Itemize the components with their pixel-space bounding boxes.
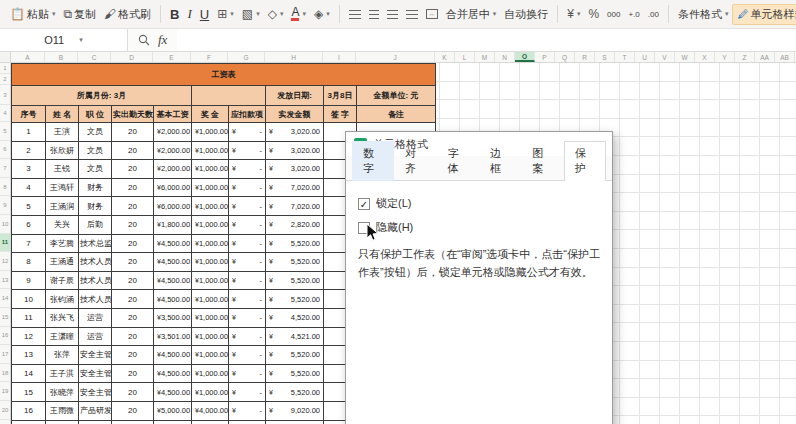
- attendance-days[interactable]: 20: [112, 234, 154, 253]
- align-right-button[interactable]: [383, 8, 402, 21]
- column-header-M[interactable]: M: [475, 52, 495, 62]
- bonus[interactable]: ¥1,000.00: [192, 215, 229, 234]
- employee-name[interactable]: 谢子辰: [46, 271, 79, 290]
- row-no[interactable]: 14: [12, 364, 46, 383]
- row-header-14[interactable]: 14: [0, 289, 10, 308]
- attendance-days[interactable]: 20: [112, 123, 154, 142]
- net-pay[interactable]: ¥3,020.00: [266, 123, 324, 142]
- net-pay[interactable]: ¥3,020.00: [266, 141, 324, 160]
- base-salary[interactable]: ¥2,000.00: [154, 141, 192, 160]
- empty-cell[interactable]: [192, 420, 229, 424]
- base-salary[interactable]: ¥6,000.00: [154, 178, 192, 197]
- position[interactable]: 后勤: [79, 215, 112, 234]
- row-no[interactable]: 16: [12, 401, 46, 420]
- row-no[interactable]: 12: [12, 327, 46, 346]
- bonus[interactable]: ¥1,000.00: [192, 308, 229, 327]
- row-header-6[interactable]: 6: [0, 141, 10, 160]
- decrease-decimal-button[interactable]: .00: [644, 8, 663, 21]
- bonus[interactable]: ¥1,000.00: [192, 271, 229, 290]
- justify-button[interactable]: [402, 8, 422, 21]
- empty-cell[interactable]: [229, 420, 266, 424]
- bonus[interactable]: ¥1,000.00: [192, 290, 229, 309]
- sheet-grid[interactable]: 123456789101112131415161718192021 工资表所属月…: [0, 63, 796, 424]
- empty-cell[interactable]: [46, 420, 79, 424]
- position[interactable]: 技术人员: [79, 271, 112, 290]
- attendance-days[interactable]: 20: [112, 383, 154, 402]
- row-no[interactable]: 6: [12, 215, 46, 234]
- column-header-N[interactable]: N: [495, 52, 515, 62]
- column-header-L[interactable]: L: [455, 52, 475, 62]
- column-header-S[interactable]: S: [595, 52, 615, 62]
- row-header-2[interactable]: 2: [0, 74, 10, 85]
- bonus[interactable]: ¥1,000.00: [192, 346, 229, 365]
- bonus[interactable]: ¥1,000.00: [192, 234, 229, 253]
- row-header-11[interactable]: 11: [0, 234, 10, 253]
- position[interactable]: 产品研发: [79, 401, 112, 420]
- net-pay[interactable]: ¥7,020.00: [266, 178, 324, 197]
- row-no[interactable]: 2: [12, 141, 46, 160]
- row-no[interactable]: 3: [12, 160, 46, 179]
- column-header-J[interactable]: J: [356, 52, 435, 62]
- column-header-G[interactable]: G: [228, 52, 265, 62]
- position[interactable]: 财务: [79, 197, 112, 216]
- position[interactable]: 运营: [79, 327, 112, 346]
- empty-cell[interactable]: [192, 86, 266, 106]
- row-no[interactable]: 15: [12, 383, 46, 402]
- column-header-cell[interactable]: 职 位: [79, 106, 112, 123]
- deduction[interactable]: ¥-: [229, 290, 266, 309]
- bonus[interactable]: ¥1,000.00: [192, 197, 229, 216]
- base-salary[interactable]: ¥2,000.00: [154, 160, 192, 179]
- row-header-19[interactable]: 19: [0, 382, 10, 401]
- column-header-cell[interactable]: 应扣款项: [229, 106, 266, 123]
- bonus[interactable]: ¥4,000.00: [192, 401, 229, 420]
- row-header-10[interactable]: 10: [0, 215, 10, 234]
- deduction[interactable]: ¥-: [229, 178, 266, 197]
- employee-name[interactable]: 张萍: [46, 346, 79, 365]
- position[interactable]: 安全主管: [79, 364, 112, 383]
- column-header-cell[interactable]: 签 字: [324, 106, 357, 123]
- hidden-checkbox[interactable]: 隐藏(H): [358, 220, 600, 235]
- base-salary[interactable]: ¥3,501.00: [154, 327, 192, 346]
- empty-cell[interactable]: [154, 420, 192, 424]
- base-salary[interactable]: ¥1,800.00: [154, 215, 192, 234]
- net-pay[interactable]: ¥5,520.00: [266, 346, 324, 365]
- currency-format-button[interactable]: ¥▾: [563, 5, 584, 23]
- formula-input[interactable]: [177, 29, 796, 51]
- net-pay[interactable]: ¥5,520.00: [266, 364, 324, 383]
- column-header-D[interactable]: D: [111, 52, 153, 62]
- attendance-days[interactable]: 20: [112, 160, 154, 179]
- column-header-H[interactable]: H: [265, 52, 323, 62]
- empty-cell[interactable]: [266, 420, 324, 424]
- row-header-17[interactable]: 17: [0, 345, 10, 364]
- column-header-V[interactable]: V: [655, 52, 675, 62]
- column-header-cell[interactable]: 序号: [12, 106, 46, 123]
- net-pay[interactable]: ¥7,020.00: [266, 197, 324, 216]
- deduction[interactable]: ¥-: [229, 271, 266, 290]
- column-header-Y[interactable]: Y: [715, 52, 735, 62]
- column-header-Z[interactable]: Z: [735, 52, 755, 62]
- row-header-8[interactable]: 8: [0, 178, 10, 197]
- row-no[interactable]: 7: [12, 234, 46, 253]
- column-header-cell[interactable]: 实发金额: [266, 106, 324, 123]
- name-box[interactable]: O11 ▾: [0, 29, 128, 51]
- bonus[interactable]: ¥1,000.00: [192, 141, 229, 160]
- copy-button[interactable]: ⧉ 复制: [60, 5, 101, 24]
- employee-name[interactable]: 王演: [46, 123, 79, 142]
- position[interactable]: 运营: [79, 308, 112, 327]
- employee-name[interactable]: 王潇瞳: [46, 327, 79, 346]
- column-header-X[interactable]: X: [695, 52, 715, 62]
- deduction[interactable]: ¥-: [229, 383, 266, 402]
- bonus[interactable]: ¥1,000.00: [192, 364, 229, 383]
- position[interactable]: 安全主管: [79, 346, 112, 365]
- select-all-corner[interactable]: [0, 52, 11, 62]
- dialog-tab-保护[interactable]: 保护: [564, 141, 606, 181]
- cell-style-button[interactable]: 🖉 单元格样式▾: [732, 4, 796, 25]
- dialog-tab-边框[interactable]: 边框: [479, 141, 521, 181]
- net-pay[interactable]: ¥5,520.00: [266, 234, 324, 253]
- align-center-button[interactable]: [365, 8, 383, 21]
- row-header-4[interactable]: 4: [0, 105, 10, 122]
- column-header-P[interactable]: P: [535, 52, 555, 62]
- employee-name[interactable]: 王涵润: [46, 197, 79, 216]
- deduction[interactable]: ¥-: [229, 364, 266, 383]
- column-header-cell[interactable]: 奖 金: [192, 106, 229, 123]
